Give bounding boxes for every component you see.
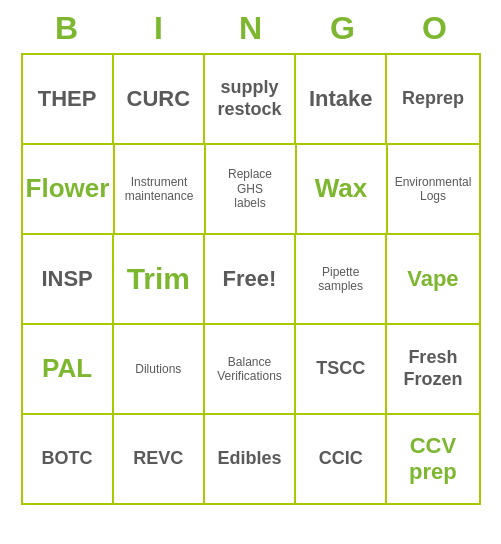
title-letter-o: O bbox=[395, 10, 475, 47]
cell-text-0-4: Reprep bbox=[402, 88, 464, 110]
bingo-cell-2-3: Pipette samples bbox=[296, 235, 387, 323]
cell-text-3-2: Balance Verifications bbox=[217, 355, 282, 384]
bingo-cell-0-1: CURC bbox=[114, 55, 205, 143]
cell-text-0-3: Intake bbox=[309, 86, 373, 112]
cell-text-4-0: BOTC bbox=[42, 448, 93, 470]
bingo-cell-3-0: PAL bbox=[23, 325, 114, 413]
cell-text-1-0: Flower bbox=[26, 173, 110, 204]
cell-text-0-1: CURC bbox=[127, 86, 191, 112]
bingo-cell-4-1: REVC bbox=[114, 415, 205, 503]
title-letter-g: G bbox=[303, 10, 383, 47]
cell-text-2-3: Pipette samples bbox=[318, 265, 363, 294]
bingo-cell-1-3: Wax bbox=[297, 145, 388, 233]
bingo-cell-2-2: Free! bbox=[205, 235, 296, 323]
bingo-cell-0-0: THEP bbox=[23, 55, 114, 143]
bingo-cell-4-3: CCIC bbox=[296, 415, 387, 503]
bingo-cell-2-0: INSP bbox=[23, 235, 114, 323]
cell-text-3-3: TSCC bbox=[316, 358, 365, 380]
bingo-row-3: PALDilutionsBalance VerificationsTSCCFre… bbox=[23, 325, 479, 415]
cell-text-1-4: Environmental Logs bbox=[395, 175, 472, 204]
cell-text-4-2: Edibles bbox=[217, 448, 281, 470]
bingo-cell-1-4: Environmental Logs bbox=[388, 145, 479, 233]
title-letter-b: B bbox=[27, 10, 107, 47]
bingo-row-1: FlowerInstrument maintenanceReplace GHS … bbox=[23, 145, 479, 235]
bingo-cell-1-0: Flower bbox=[23, 145, 115, 233]
cell-text-4-3: CCIC bbox=[319, 448, 363, 470]
bingo-cell-3-3: TSCC bbox=[296, 325, 387, 413]
bingo-cell-1-1: Instrument maintenance bbox=[115, 145, 206, 233]
cell-text-1-1: Instrument maintenance bbox=[125, 175, 194, 204]
bingo-cell-1-2: Replace GHS labels bbox=[206, 145, 297, 233]
cell-text-3-1: Dilutions bbox=[135, 362, 181, 376]
bingo-cell-2-4: Vape bbox=[387, 235, 478, 323]
cell-text-1-2: Replace GHS labels bbox=[228, 167, 272, 210]
bingo-cell-4-2: Edibles bbox=[205, 415, 296, 503]
bingo-cell-3-1: Dilutions bbox=[114, 325, 205, 413]
cell-text-0-2: supply restock bbox=[217, 77, 281, 120]
bingo-row-4: BOTCREVCEdiblesCCICCCV prep bbox=[23, 415, 479, 503]
bingo-cell-3-2: Balance Verifications bbox=[205, 325, 296, 413]
bingo-cell-0-4: Reprep bbox=[387, 55, 478, 143]
cell-text-0-0: THEP bbox=[38, 86, 97, 112]
cell-text-1-3: Wax bbox=[315, 173, 368, 204]
title-letter-i: I bbox=[119, 10, 199, 47]
cell-text-3-0: PAL bbox=[42, 353, 92, 384]
bingo-cell-4-0: BOTC bbox=[23, 415, 114, 503]
bingo-cell-3-4: Fresh Frozen bbox=[387, 325, 478, 413]
bingo-cell-0-3: Intake bbox=[296, 55, 387, 143]
cell-text-2-1: Trim bbox=[127, 261, 190, 297]
bingo-grid: THEPCURCsupply restockIntakeReprepFlower… bbox=[21, 53, 481, 505]
bingo-title: B I N G O bbox=[21, 0, 481, 53]
title-letter-n: N bbox=[211, 10, 291, 47]
bingo-cell-2-1: Trim bbox=[114, 235, 205, 323]
cell-text-4-1: REVC bbox=[133, 448, 183, 470]
bingo-row-0: THEPCURCsupply restockIntakeReprep bbox=[23, 55, 479, 145]
cell-text-2-4: Vape bbox=[407, 266, 458, 292]
cell-text-4-4: CCV prep bbox=[409, 433, 457, 486]
cell-text-3-4: Fresh Frozen bbox=[403, 347, 462, 390]
cell-text-2-0: INSP bbox=[41, 266, 92, 292]
bingo-row-2: INSPTrimFree!Pipette samplesVape bbox=[23, 235, 479, 325]
bingo-cell-4-4: CCV prep bbox=[387, 415, 478, 503]
cell-text-2-2: Free! bbox=[223, 266, 277, 292]
bingo-cell-0-2: supply restock bbox=[205, 55, 296, 143]
